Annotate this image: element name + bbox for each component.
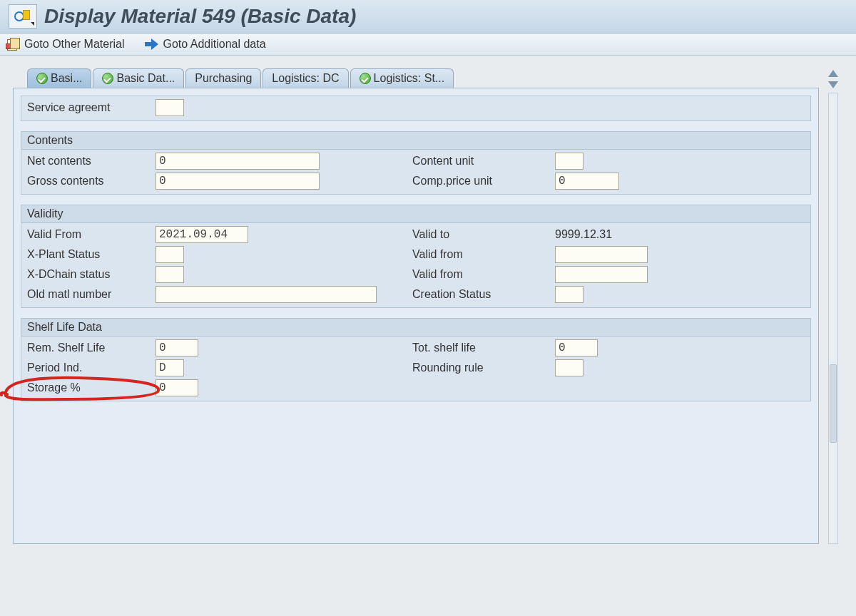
gross-contents-field[interactable] — [156, 173, 320, 190]
valid-from-field[interactable] — [156, 226, 248, 243]
valid-from-1-label: Valid from — [412, 248, 555, 261]
tab-purchasing[interactable]: Purchasing — [185, 68, 261, 88]
net-contents-field[interactable] — [156, 153, 320, 170]
old-matl-number-label: Old matl number — [27, 288, 156, 301]
xdchain-status-field[interactable] — [156, 266, 184, 283]
content-unit-field[interactable] — [555, 153, 584, 170]
comp-price-unit-field[interactable] — [555, 173, 619, 190]
arrow-right-icon — [145, 38, 159, 50]
sap-app-icon — [14, 9, 31, 24]
tab-label: Logistics: DC — [272, 72, 339, 85]
valid-from-2-field[interactable] — [555, 266, 648, 283]
xdchain-status-label: X-DChain status — [27, 268, 156, 281]
scrollbar-thumb[interactable] — [830, 364, 837, 443]
tab-basic-2[interactable]: Basic Dat... — [93, 68, 184, 88]
valid-to-label: Valid to — [412, 228, 555, 241]
rounding-rule-field[interactable] — [555, 359, 584, 376]
check-icon — [36, 73, 48, 84]
tab-label: Logistics: St... — [374, 72, 445, 85]
group-service: Service agreemt — [21, 96, 811, 121]
tab-label: Basic Dat... — [116, 72, 175, 85]
content-unit-label: Content unit — [412, 155, 555, 168]
group-contents-title: Contents — [21, 132, 810, 150]
check-icon — [360, 73, 371, 84]
rem-shelf-life-field[interactable] — [156, 339, 198, 356]
vertical-scrollbar[interactable] — [828, 93, 838, 544]
group-validity-title: Validity — [21, 205, 810, 223]
tab-logistics-st[interactable]: Logistics: St... — [350, 68, 454, 88]
tot-shelf-life-label: Tot. shelf life — [412, 342, 555, 354]
service-agreemt-label: Service agreemt — [27, 101, 156, 114]
tab-label: Purchasing — [195, 72, 252, 85]
creation-status-label: Creation Status — [412, 288, 555, 301]
goto-other-material-label: Goto Other Material — [24, 38, 125, 51]
creation-status-field[interactable] — [555, 286, 584, 303]
tot-shelf-life-field[interactable] — [555, 339, 598, 356]
valid-to-value: 9999.12.31 — [555, 228, 612, 240]
old-matl-number-field[interactable] — [156, 286, 377, 303]
tab-strip: Basi... Basic Dat... Purchasing Logistic… — [27, 68, 819, 88]
service-agreemt-field[interactable] — [156, 99, 184, 116]
valid-from-2-label: Valid from — [412, 268, 555, 281]
net-contents-label: Net contents — [27, 155, 156, 168]
period-ind-field[interactable] — [156, 359, 184, 376]
app-toolbar: Goto Other Material Goto Additional data — [0, 34, 856, 56]
other-material-icon — [7, 38, 20, 51]
page-title: Display Material 549 (Basic Data) — [44, 5, 356, 28]
group-contents: Contents Net contents Content unit Gross… — [21, 131, 811, 195]
gross-contents-label: Gross contents — [27, 175, 156, 188]
xplant-status-field[interactable] — [156, 246, 184, 263]
scroll-up-button[interactable] — [828, 70, 838, 77]
comp-price-unit-label: Comp.price unit — [412, 175, 555, 188]
tab-basic-1[interactable]: Basi... — [27, 68, 91, 88]
storage-pct-field[interactable] — [156, 379, 198, 396]
tab-panel: Service agreemt Contents Net contents Co… — [13, 88, 819, 544]
tab-logistics-dc[interactable]: Logistics: DC — [263, 68, 348, 88]
period-ind-label: Period Ind. — [27, 361, 156, 374]
group-validity: Validity Valid From Valid to 9999.12.31 … — [21, 205, 811, 308]
storage-pct-label: Storage % — [27, 381, 156, 394]
rem-shelf-life-label: Rem. Shelf Life — [27, 342, 156, 354]
goto-other-material-button[interactable]: Goto Other Material — [7, 38, 125, 51]
app-menu-button[interactable] — [9, 4, 37, 29]
check-icon — [102, 73, 113, 84]
valid-from-1-field[interactable] — [555, 246, 648, 263]
group-shelf-life-title: Shelf Life Data — [21, 319, 810, 337]
app-header: Display Material 549 (Basic Data) — [0, 0, 856, 34]
scroll-down-button[interactable] — [828, 81, 838, 88]
xplant-status-label: X-Plant Status — [27, 248, 156, 261]
panel-scroll-controls — [823, 68, 843, 544]
rounding-rule-label: Rounding rule — [412, 361, 555, 374]
tab-label: Basi... — [51, 72, 82, 85]
valid-from-label: Valid From — [27, 228, 156, 241]
goto-additional-data-label: Goto Additional data — [163, 38, 266, 51]
goto-additional-data-button[interactable]: Goto Additional data — [145, 38, 266, 51]
group-shelf-life: Shelf Life Data Rem. Shelf Life Tot. she… — [21, 318, 811, 401]
